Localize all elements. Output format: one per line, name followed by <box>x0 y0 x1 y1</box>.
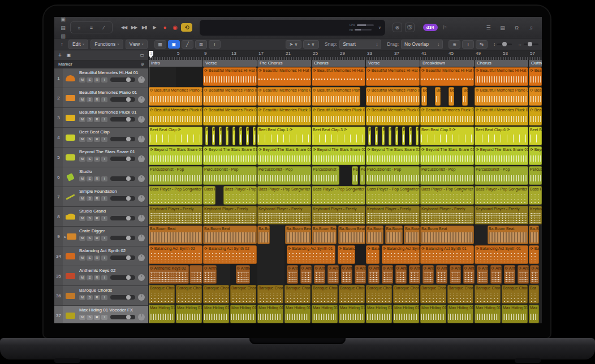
region[interactable]: B <box>239 127 242 145</box>
track-header-1[interactable]: 1Beautiful Memories Hi-Hat 01MSRI <box>54 68 148 88</box>
region[interactable]: Baroque Chords <box>339 285 365 304</box>
bar-ruler[interactable]: 159131721252933374145495357 <box>149 50 542 60</box>
region[interactable]: ⟳ Beautiful Memories Pluck 01 <box>149 107 202 125</box>
volume-knob[interactable] <box>126 176 131 181</box>
volume-knob[interactable] <box>126 117 131 122</box>
region[interactable]: Max Hiding 01 V <box>257 305 283 323</box>
region[interactable]: Keyboard Player - Freely <box>312 206 365 224</box>
volume-slider[interactable] <box>110 196 135 201</box>
track-header-34[interactable]: 34Balancing Act Synth 02MSRI <box>54 246 148 266</box>
region[interactable]: ⟳ Beyond The Stars Snare 02.1 <box>312 146 365 165</box>
region[interactable]: ⟳ Anthe <box>341 265 352 284</box>
pencil-icon[interactable]: ∕ <box>100 23 108 32</box>
region[interactable]: Percussionist - Pop <box>366 166 420 185</box>
region[interactable]: Be <box>462 87 468 106</box>
region[interactable]: B <box>205 127 208 145</box>
track-r-button[interactable]: R <box>94 236 100 241</box>
region[interactable]: Ba-Boo <box>257 226 270 244</box>
volume-slider[interactable] <box>110 255 135 260</box>
track-header-6[interactable]: 6StudioMSRI <box>54 167 148 187</box>
region[interactable]: ⟳ Beautiful Memories Hi-Hat 03.2 <box>475 67 528 86</box>
region[interactable]: B <box>253 127 256 145</box>
add-track-button[interactable]: + <box>58 52 62 58</box>
volume-slider[interactable] <box>110 216 135 220</box>
region[interactable]: Max Hiding 01 V <box>312 305 338 323</box>
region[interactable]: Max Hiding 01 V <box>203 305 229 323</box>
region[interactable]: ⟳ Anthe <box>327 265 339 284</box>
track-i-button[interactable]: I <box>101 275 107 280</box>
track-s-button[interactable]: S <box>87 275 93 280</box>
region[interactable]: Ba-Boom Beat <box>488 226 528 244</box>
marker-global-track[interactable]: Marker ⊕ <box>54 60 148 68</box>
pan-knob[interactable] <box>138 274 145 281</box>
track-i-button[interactable]: I <box>101 77 107 83</box>
region[interactable]: Beet Beat Clap.5 ⟳ <box>420 127 474 145</box>
pan-knob[interactable] <box>138 76 145 83</box>
volume-slider[interactable] <box>110 295 135 300</box>
region[interactable]: ⟳ Beautiful Memories Pluck 02.3 <box>420 107 474 125</box>
region[interactable]: ⟳ Beautiful Memories Piano 02 <box>312 87 360 106</box>
region[interactable]: ⟳ Balancing Act Synth 01 <box>475 245 528 264</box>
volume-slider[interactable] <box>110 275 135 280</box>
region[interactable]: Baroque Chords <box>502 285 528 304</box>
mixer-icon[interactable]: ▤ <box>59 23 67 32</box>
region[interactable]: Keyboard Player - Freely <box>257 206 311 224</box>
region[interactable]: ⟳ Anthemic Keys 02 <box>149 265 189 284</box>
track-s-button[interactable]: S <box>87 315 93 320</box>
arrangement-marker[interactable]: Pre Chorus <box>257 60 311 67</box>
region[interactable]: B <box>219 127 222 145</box>
track-r-button[interactable]: R <box>94 176 100 181</box>
pan-knob[interactable] <box>138 96 145 103</box>
forward-button[interactable]: ▶▶ <box>130 24 138 32</box>
region[interactable]: ⟳ Anthe <box>287 265 298 284</box>
region[interactable]: ⟳ Beautiful Memories Pluck 02 <box>257 107 311 125</box>
region[interactable]: B <box>375 127 378 145</box>
region[interactable]: Bass Player - Pop Songwriter <box>475 186 528 205</box>
region[interactable]: Bass Player - Pop Songwriter <box>420 186 474 205</box>
region[interactable]: Baroque Chords <box>176 285 202 304</box>
region[interactable]: Keyboard Player - Freely <box>420 206 474 224</box>
disclosure-arrow-icon[interactable]: ▸ <box>64 235 66 239</box>
region[interactable]: B <box>246 127 249 145</box>
track-s-button[interactable]: S <box>87 236 93 241</box>
region[interactable]: ⟳ Balancing Act Synth 01 <box>420 245 474 264</box>
region[interactable]: ⟳ Balancing Act <box>366 245 380 264</box>
region[interactable]: Bass Player - Pop Songwriter <box>366 186 420 205</box>
region[interactable]: Ba-Boom Beat <box>338 226 365 244</box>
track-m-button[interactable]: M <box>79 236 85 241</box>
volume-knob[interactable] <box>126 315 131 319</box>
region[interactable]: Ba-Boom Beat <box>404 226 420 244</box>
track-i-button[interactable]: I <box>101 196 107 201</box>
region[interactable]: ⟳ Balancing Act Synth 01 <box>382 245 420 264</box>
track-i-button[interactable]: I <box>101 295 107 300</box>
track-r-button[interactable]: R <box>94 157 100 162</box>
region[interactable]: ⟳ Anthe <box>477 265 488 284</box>
volume-knob[interactable] <box>126 255 131 260</box>
region[interactable]: Ba-Boom Beat <box>312 226 337 244</box>
arrangement-marker[interactable]: Verse <box>366 60 420 67</box>
track-m-button[interactable]: M <box>79 275 85 280</box>
waveform-zoom-icon[interactable]: ≋ <box>449 40 460 49</box>
flex-button[interactable]: ≀ <box>209 40 221 49</box>
region[interactable]: ⟳ Beautiful Memories Piano 01.2 <box>475 87 528 106</box>
region[interactable]: Percussionist - Pop <box>257 166 311 185</box>
track-header-37[interactable]: 37Max Hiding 01 Vocoder FXMSRI <box>54 306 148 323</box>
track-i-button[interactable]: I <box>101 97 107 102</box>
volume-slider[interactable] <box>110 77 135 82</box>
region[interactable]: Max Hiding 01 V <box>475 305 501 323</box>
region[interactable]: ⟳ Anthe <box>236 265 250 284</box>
region[interactable]: ⟳ Anthe <box>463 265 475 284</box>
region[interactable]: ⟳ Beyond The Stars Snare 02 <box>257 146 311 165</box>
volume-knob[interactable] <box>126 137 131 141</box>
region[interactable]: ⟳ Beautiful Memories Pluck 02.2 <box>366 107 420 125</box>
volume-slider[interactable] <box>110 315 135 319</box>
region[interactable]: ⟳ Beauti <box>529 107 542 125</box>
track-s-button[interactable]: S <box>87 255 93 261</box>
region[interactable]: B <box>212 127 215 145</box>
list-editors-icon[interactable]: ☰ <box>484 23 493 32</box>
region[interactable]: B <box>368 127 371 145</box>
region[interactable]: ⟳ Beautiful Memories Piano 01 <box>149 87 202 106</box>
region[interactable]: Baroque Chords <box>475 285 501 304</box>
region[interactable]: Max Hiding 01 V <box>149 305 175 323</box>
marquee-button[interactable]: ⊠ <box>195 40 207 49</box>
